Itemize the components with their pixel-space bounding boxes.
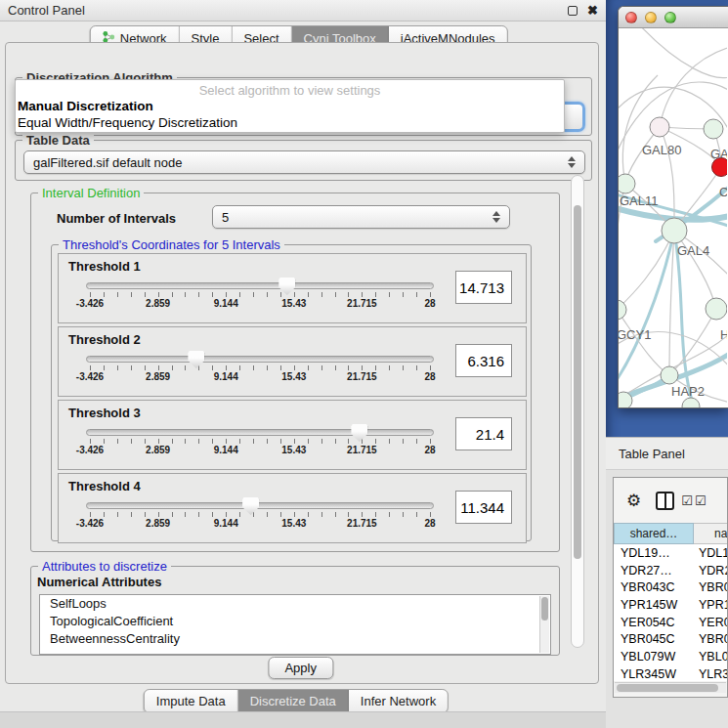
node-cut-bottom[interactable] (682, 398, 700, 407)
table-data-group: Table Data galFiltered.sif default node (15, 140, 592, 181)
list-item[interactable]: BetweennessCentrality (40, 630, 550, 648)
table-row[interactable]: YDR27…YDR2 (614, 562, 728, 579)
threshold-1-label: Threshold 1 (68, 259, 141, 274)
slider-axis-labels: -3.426 2.859 9.144 15.43 21.715 28 (90, 517, 430, 529)
threshold-1-value-field[interactable]: 14.713 (455, 271, 512, 304)
column-header-name[interactable]: na (694, 523, 728, 544)
node-cut-right-top[interactable] (704, 119, 723, 139)
table-header-row: shared… na (614, 523, 728, 544)
control-panel-titlebar: Control Panel ✖ (0, 0, 606, 21)
threshold-2-slider[interactable] (86, 356, 434, 363)
table-row[interactable]: YLR345WYLR3 (614, 665, 728, 681)
attributes-group: Attributes to discretize Numerical Attri… (30, 566, 560, 656)
axis-tick-label: -3.426 (76, 371, 104, 382)
axis-tick-label: 15.43 (281, 298, 306, 309)
thresholds-group: Threshold's Coordinates for 5 Intervals … (51, 244, 532, 541)
cell[interactable]: YBL079W (614, 650, 694, 664)
screen: Control Panel ✖ Network (0, 0, 728, 728)
cell[interactable]: YPR145W (614, 598, 694, 612)
desktop-background: GAL80 GA C GAL11 GAL4 GCY1 H HAP2 Table … (606, 0, 728, 728)
checkbox-icon[interactable]: ☑ (681, 493, 693, 508)
list-vertical-scrollbar[interactable] (539, 596, 549, 653)
threshold-3-value-field[interactable]: 21.4 (455, 417, 512, 450)
node-label-cut-c: C (719, 185, 727, 199)
interval-definition-group: Interval Definition Number of Intervals … (30, 193, 560, 552)
threshold-1-slider[interactable] (86, 282, 434, 289)
tab-infer-network-label: Infer Network (361, 694, 436, 708)
slider-axis-labels: -3.426 2.859 9.144 15.43 21.715 28 (90, 444, 430, 455)
table-row[interactable]: YBR045CYBR0 (614, 630, 728, 648)
table-horizontal-scrollbar[interactable] (615, 682, 726, 693)
cell[interactable]: YDR2 (694, 564, 728, 578)
axis-tick-label: 21.715 (347, 445, 377, 455)
table-row[interactable]: YER054CYER0 (614, 614, 728, 631)
tab-infer-network[interactable]: Infer Network (349, 690, 448, 712)
network-canvas[interactable]: GAL80 GA C GAL11 GAL4 GCY1 H HAP2 (619, 28, 727, 407)
close-traffic-light-icon[interactable] (625, 12, 637, 23)
cell[interactable]: YLR3 (694, 667, 728, 681)
cell[interactable]: YDL19… (614, 546, 694, 560)
split-columns-icon[interactable] (656, 492, 674, 510)
axis-tick-label: 15.43 (281, 445, 306, 455)
cell[interactable]: YBR0 (694, 580, 728, 594)
table-row[interactable]: YDL19…YDL1 (614, 544, 728, 562)
cell[interactable]: YBR045C (614, 632, 694, 646)
axis-tick-label: 2.859 (146, 518, 170, 529)
panel-vertical-scrollbar[interactable] (571, 175, 584, 648)
table-data-combo-value: galFiltered.sif default node (33, 155, 182, 170)
axis-tick-label: 15.43 (281, 371, 306, 382)
node-hap2[interactable] (661, 366, 678, 384)
cell[interactable]: YLR345W (614, 667, 694, 681)
axis-tick-label: 21.715 (347, 371, 377, 382)
cell[interactable]: YBR043C (614, 580, 694, 594)
cell[interactable]: YDR27… (614, 564, 694, 578)
axis-tick-label: 2.859 (146, 298, 170, 309)
cell[interactable]: YPR1 (694, 598, 728, 612)
threshold-3-slider[interactable] (86, 429, 434, 436)
close-icon[interactable]: ✖ (587, 3, 598, 18)
list-item[interactable]: SelfLoops (40, 595, 550, 613)
node-gal11[interactable] (619, 174, 635, 193)
node-gcy1[interactable] (619, 300, 626, 320)
threshold-2-value-field[interactable]: 6.316 (455, 344, 512, 377)
algorithm-option-equal-width[interactable]: Equal Width/Frequency Discretization (16, 114, 564, 131)
table-panel: ⚙ ☑ ☑ shared… na YDL19…YDL1 YDR27…YDR2 Y… (606, 470, 728, 728)
table-row[interactable]: YBR043CYBR0 (614, 578, 728, 596)
node-gal4[interactable] (662, 218, 687, 243)
list-item[interactable]: TopologicalCoefficient (40, 613, 550, 630)
cell[interactable]: YDL1 (694, 546, 728, 560)
threshold-4-slider[interactable] (86, 502, 434, 509)
gear-icon[interactable]: ⚙ (626, 491, 641, 511)
network-view-window: GAL80 GA C GAL11 GAL4 GCY1 H HAP2 (618, 6, 728, 408)
checkbox-icon[interactable]: ☑ (695, 493, 707, 508)
axis-tick-label: 15.43 (281, 518, 306, 529)
tab-impute-data[interactable]: Impute Data (145, 690, 238, 712)
cell[interactable]: YER054C (614, 616, 694, 629)
thresholds-group-label: Threshold's Coordinates for 5 Intervals (59, 237, 284, 252)
number-of-intervals-value: 5 (222, 210, 229, 225)
minimize-traffic-light-icon[interactable] (645, 12, 657, 23)
float-window-icon[interactable] (568, 6, 578, 16)
algorithm-option-manual[interactable]: Manual Discretization (16, 98, 564, 114)
node-gal80[interactable] (650, 117, 669, 137)
apply-button[interactable]: Apply (268, 657, 333, 679)
cell[interactable]: YBR0 (694, 632, 728, 646)
table-data-label: Table Data (22, 133, 94, 148)
node-label-cut-g: GA (710, 147, 727, 161)
tab-discretize-data[interactable]: Discretize Data (238, 690, 349, 712)
axis-tick-label: -3.426 (76, 518, 104, 529)
axis-tick-label: 9.144 (214, 298, 238, 309)
table-row[interactable]: YPR145WYPR1 (614, 596, 728, 614)
table-row[interactable]: YBL079WYBL0 (614, 648, 728, 665)
table-data-combo[interactable]: galFiltered.sif default node (23, 150, 585, 174)
node-cut-right-mid[interactable] (706, 298, 727, 320)
cell[interactable]: YBL0 (694, 650, 728, 664)
node-label-gcy1: GCY1 (619, 327, 651, 342)
number-of-intervals-combo[interactable]: 5 (212, 205, 510, 229)
algorithm-dropdown-popup: Select algorithm to view settings Manual… (15, 79, 565, 133)
zoom-traffic-light-icon[interactable] (664, 12, 676, 23)
column-header-shared[interactable]: shared… (614, 523, 694, 544)
algorithm-prompt: Select algorithm to view settings (16, 80, 564, 98)
cell[interactable]: YER0 (694, 616, 728, 629)
threshold-4-value-field[interactable]: 11.344 (455, 491, 512, 524)
